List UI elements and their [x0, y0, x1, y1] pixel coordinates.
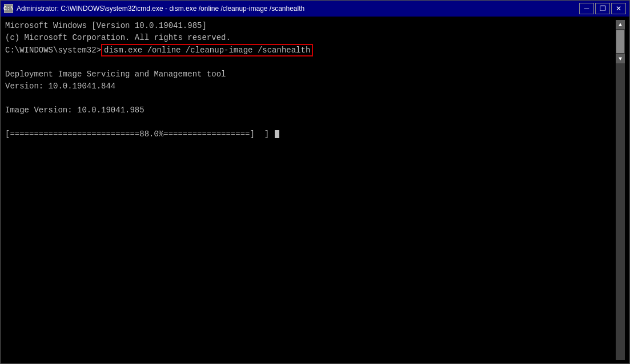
empty-line-3 — [5, 116, 616, 128]
progress-suffix: ] — [255, 130, 280, 139]
cursor — [275, 130, 279, 138]
scrollbar[interactable]: ▲ ▼ — [616, 20, 625, 360]
cmd-icon: C:\ — [4, 4, 13, 13]
title-bar-left: C:\ Administrator: C:\WINDOWS\system32\c… — [4, 4, 304, 13]
command-line: C:\WINDOWS\system32>dism.exe /online /cl… — [5, 44, 616, 56]
output-line-4: Deployment Image Servicing and Managemen… — [5, 68, 616, 80]
scroll-down-arrow[interactable]: ▼ — [616, 54, 625, 63]
scroll-up-arrow[interactable]: ▲ — [616, 20, 625, 29]
title-bar-text: Administrator: C:\WINDOWS\system32\cmd.e… — [17, 5, 304, 13]
progress-bar: [===========================88.0%=======… — [5, 130, 255, 139]
minimize-button[interactable]: ─ — [579, 3, 594, 14]
output-line-7: Image Version: 10.0.19041.985 — [5, 104, 616, 116]
empty-line-2 — [5, 92, 616, 104]
progress-line: [===========================88.0%=======… — [5, 128, 616, 140]
cmd-window: C:\ Administrator: C:\WINDOWS\system32\c… — [0, 0, 630, 364]
restore-button[interactable]: ❐ — [595, 3, 610, 14]
console-content: Microsoft Windows [Version 10.0.19041.98… — [5, 20, 616, 360]
close-button[interactable]: ✕ — [611, 3, 626, 14]
output-line-5: Version: 10.0.19041.844 — [5, 80, 616, 92]
empty-line-1 — [5, 56, 616, 68]
output-line-1: Microsoft Windows [Version 10.0.19041.98… — [5, 20, 616, 32]
prompt-1: C:\WINDOWS\system32> — [5, 46, 101, 55]
output-line-2: (c) Microsoft Corporation. All rights re… — [5, 32, 616, 44]
console-area: Microsoft Windows [Version 10.0.19041.98… — [1, 17, 629, 363]
title-bar-buttons: ─ ❐ ✕ — [579, 3, 626, 14]
title-bar: C:\ Administrator: C:\WINDOWS\system32\c… — [1, 1, 629, 17]
scroll-thumb[interactable] — [616, 30, 624, 53]
command-text: dism.exe /online /cleanup-image /scanhea… — [101, 44, 313, 56]
